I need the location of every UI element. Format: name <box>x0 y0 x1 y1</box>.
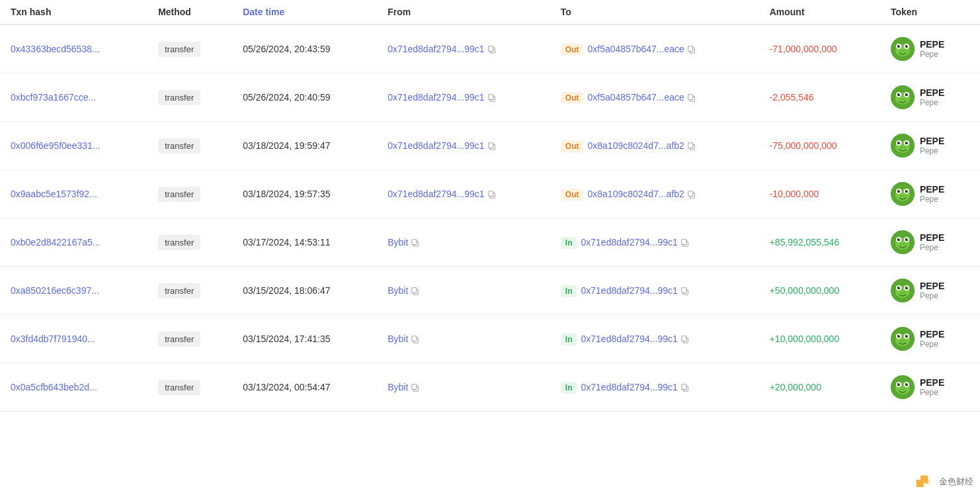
amount-cell: -2,055,546 <box>759 73 880 122</box>
to-copy-icon[interactable] <box>687 45 696 54</box>
col-header-method: Method <box>147 0 232 24</box>
method-badge: transfer <box>158 283 200 298</box>
svg-point-24 <box>899 93 900 95</box>
txn-hash-cell: 0x43363becd56538... <box>0 24 147 73</box>
token-symbol: PEPE <box>920 377 944 388</box>
from-address-link[interactable]: Bybit <box>388 285 408 296</box>
method-badge: transfer <box>158 235 200 250</box>
date-time-cell: 05/26/2024, 20:40:59 <box>232 73 377 122</box>
table-row: 0x006f6e95f0ee331...transfer03/18/2024, … <box>0 122 980 170</box>
svg-point-80 <box>899 287 900 288</box>
txn-hash-link[interactable]: 0xa850216ec6c397... <box>11 285 99 296</box>
token-icon <box>891 327 915 351</box>
txn-hash-link[interactable]: 0x43363becd56538... <box>11 44 100 54</box>
txn-hash-link[interactable]: 0x9aabc5e1573f92... <box>11 189 97 199</box>
token-symbol: PEPE <box>920 281 944 291</box>
token-cell: PEPEPepe <box>880 73 980 122</box>
to-copy-icon[interactable] <box>687 190 696 199</box>
to-copy-icon[interactable] <box>680 335 690 344</box>
from-cell: 0x71ed8daf2794...99c1 <box>377 24 550 73</box>
svg-point-81 <box>907 287 908 288</box>
to-cell: Out0xf5a04857b647...eace <box>550 73 759 122</box>
to-address-link[interactable]: 0x8a109c8024d7...afb2 <box>587 189 684 199</box>
to-copy-icon[interactable] <box>680 238 690 248</box>
table-row: 0x9aabc5e1573f92...transfer03/18/2024, 1… <box>0 170 980 218</box>
txn-hash-link[interactable]: 0xb0e2d8422167a5... <box>11 237 100 248</box>
token-names: PEPEPepe <box>920 377 944 397</box>
col-header-amount: Amount <box>759 0 880 24</box>
token-cell: PEPEPepe <box>880 170 980 218</box>
to-copy-icon[interactable] <box>687 93 696 103</box>
token-names: PEPEPepe <box>920 281 944 300</box>
txn-hash-link[interactable]: 0x006f6e95f0ee331... <box>11 140 100 151</box>
table-header-row: Txn hash Method Date time From To Amount… <box>0 0 980 24</box>
token-symbol: PEPE <box>920 87 944 98</box>
from-address-link[interactable]: 0x71ed8daf2794...99c1 <box>388 44 484 54</box>
to-copy-icon[interactable] <box>680 287 690 296</box>
token-symbol: PEPE <box>920 232 944 243</box>
amount-value: +20,000,000 <box>770 382 821 392</box>
svg-rect-31 <box>688 143 693 148</box>
from-copy-icon[interactable] <box>411 287 420 296</box>
amount-value: +50,000,000,000 <box>770 285 840 296</box>
direction-badge: In <box>561 237 577 249</box>
amount-value: +10,000,000,000 <box>770 334 840 344</box>
token-names: PEPEPepe <box>920 232 944 252</box>
from-address-link[interactable]: 0x71ed8daf2794...99c1 <box>388 92 484 103</box>
svg-rect-43 <box>488 191 493 197</box>
to-address-link[interactable]: 0x71ed8daf2794...99c1 <box>581 285 677 296</box>
from-copy-icon[interactable] <box>411 335 420 344</box>
to-copy-icon[interactable] <box>680 383 690 392</box>
to-address-link[interactable]: 0x71ed8daf2794...99c1 <box>581 334 677 344</box>
svg-point-12 <box>901 50 902 52</box>
token-cell: PEPEPepe <box>880 363 980 412</box>
token-icon <box>891 279 915 302</box>
token-name: Pepe <box>920 195 944 204</box>
method-badge: transfer <box>158 187 200 202</box>
to-address-link[interactable]: 0xf5a04857b647...eace <box>587 92 684 103</box>
to-address-link[interactable]: 0x71ed8daf2794...99c1 <box>581 382 677 392</box>
date-time-cell: 03/18/2024, 19:59:47 <box>232 122 377 170</box>
token-symbol: PEPE <box>920 39 944 50</box>
token-icon <box>891 134 915 158</box>
from-copy-icon[interactable] <box>411 383 420 392</box>
from-copy-icon[interactable] <box>487 45 497 54</box>
to-address-link[interactable]: 0x71ed8daf2794...99c1 <box>581 237 677 248</box>
from-address-link[interactable]: 0x71ed8daf2794...99c1 <box>388 189 484 199</box>
col-header-date-time[interactable]: Date time <box>232 0 377 24</box>
txn-hash-link[interactable]: 0xbcf973a1667cce... <box>11 92 96 103</box>
token-name: Pepe <box>920 98 944 107</box>
from-copy-icon[interactable] <box>487 93 497 103</box>
from-copy-icon[interactable] <box>487 142 497 151</box>
token-cell: PEPEPepe <box>880 315 980 363</box>
from-copy-icon[interactable] <box>487 190 497 199</box>
from-address-link[interactable]: Bybit <box>388 334 408 344</box>
amount-cell: -75,000,000,000 <box>759 122 880 170</box>
amount-value: +85,992,055,546 <box>770 237 840 248</box>
txn-hash-link[interactable]: 0x3fd4db7f791940... <box>11 334 95 344</box>
table-row: 0x43363becd56538...transfer05/26/2024, 2… <box>0 24 980 73</box>
svg-point-26 <box>901 99 902 100</box>
from-address-link[interactable]: Bybit <box>388 382 408 392</box>
from-copy-icon[interactable] <box>411 238 420 248</box>
svg-point-11 <box>907 45 908 46</box>
amount-value: -71,000,000,000 <box>770 44 837 54</box>
to-address-link[interactable]: 0xf5a04857b647...eace <box>587 44 684 54</box>
txn-hash-link[interactable]: 0x0a5cfb643beb2d... <box>11 382 97 392</box>
direction-badge: In <box>561 382 577 394</box>
amount-value: -75,000,000,000 <box>770 140 837 151</box>
col-header-from: From <box>377 0 550 24</box>
token-icon <box>891 375 915 399</box>
amount-cell: -10,000,000 <box>759 170 880 218</box>
token-symbol: PEPE <box>920 184 944 195</box>
to-address-link[interactable]: 0x8a109c8024d7...afb2 <box>587 140 684 151</box>
to-copy-icon[interactable] <box>687 142 696 151</box>
token-icon <box>891 230 915 254</box>
svg-point-68 <box>901 244 902 245</box>
svg-rect-59 <box>682 240 686 245</box>
svg-rect-85 <box>412 336 417 341</box>
svg-point-13 <box>903 50 905 52</box>
from-address-link[interactable]: 0x71ed8daf2794...99c1 <box>388 140 484 151</box>
svg-rect-73 <box>682 288 686 293</box>
from-address-link[interactable]: Bybit <box>388 237 408 248</box>
